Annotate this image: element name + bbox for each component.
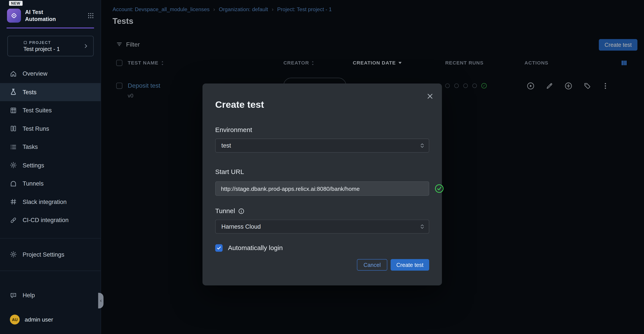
gear-icon	[10, 162, 17, 169]
start-url-input[interactable]	[215, 182, 429, 196]
sidebar-item-label: Test Suites	[22, 107, 52, 114]
url-valid-check-icon	[435, 184, 444, 193]
main-content: Account: Devspace_all_module_licenses › …	[101, 0, 644, 334]
modal-create-test-button[interactable]: Create test	[390, 259, 429, 271]
sidebar: NEW AI Test Automation	[0, 0, 101, 334]
sidebar-item-overview[interactable]: Overview	[0, 65, 101, 83]
sidebar-item-label: Tunnels	[22, 180, 44, 187]
sidebar-nav: Overview Tests Test Suites Test Runs	[0, 65, 101, 229]
sidebar-item-label: Tasks	[22, 144, 38, 150]
sidebar-item-test-runs[interactable]: Test Runs	[0, 120, 101, 138]
sidebar-item-label: Help	[22, 292, 35, 299]
sidebar-divider	[0, 271, 101, 271]
create-test-modal: Create test Environment test Start URL	[202, 84, 442, 285]
sidebar-item-settings[interactable]: Settings	[0, 156, 101, 175]
link-icon	[10, 217, 17, 224]
sidebar-item-label: Project Settings	[22, 251, 64, 258]
help-chat-icon	[10, 292, 17, 299]
slack-icon	[10, 198, 17, 205]
columns-run-icon	[10, 125, 17, 132]
sidebar-item-label: Settings	[22, 162, 44, 169]
new-badge: NEW	[9, 1, 22, 6]
sidebar-item-cicd-integration[interactable]: CI-CD integration	[0, 211, 101, 229]
modal-title: Create test	[215, 84, 429, 111]
environment-select[interactable]: test	[215, 139, 429, 152]
avatar: AU	[10, 314, 20, 324]
sidebar-item-project-settings[interactable]: Project Settings	[0, 245, 101, 264]
chevron-right-icon	[83, 43, 89, 49]
sidebar-item-label: Test Runs	[22, 125, 49, 132]
sidebar-item-tunnels[interactable]: Tunnels	[0, 175, 101, 193]
sidebar-divider	[0, 238, 101, 238]
home-icon	[10, 70, 17, 77]
close-icon[interactable]	[425, 91, 435, 101]
sidebar-item-label: CI-CD integration	[22, 217, 68, 223]
environment-value: test	[221, 142, 231, 149]
flask-icon	[10, 89, 17, 96]
sidebar-item-label: Tests	[22, 89, 36, 95]
app-logo-icon	[7, 9, 21, 23]
user-name: admin user	[25, 316, 53, 323]
modal-buttons: Cancel Create test	[215, 259, 429, 271]
environment-label: Environment	[215, 126, 429, 134]
user-menu[interactable]: AU admin user	[0, 311, 101, 328]
apps-grid-icon[interactable]	[88, 12, 94, 19]
sidebar-item-tasks[interactable]: Tasks	[0, 138, 101, 156]
tunnel-select[interactable]: Harness Cloud	[215, 220, 429, 234]
sidebar-bottom: Help AU admin user	[0, 287, 101, 328]
sidebar-item-help[interactable]: Help	[0, 287, 101, 304]
brand-underline	[6, 28, 94, 28]
auto-login-checkbox[interactable]	[215, 244, 223, 252]
project-card-label: PROJECT	[29, 40, 51, 45]
select-chevrons-icon	[420, 142, 425, 149]
sidebar-item-label: Overview	[22, 70, 47, 77]
select-chevrons-icon	[420, 223, 425, 230]
tunnel-icon	[10, 180, 17, 187]
sidebar-item-slack-integration[interactable]: Slack integration	[0, 193, 101, 211]
cancel-button[interactable]: Cancel	[357, 259, 387, 271]
app-title: AI Test Automation	[25, 9, 88, 23]
sidebar-item-test-suites[interactable]: Test Suites	[0, 101, 101, 120]
project-selector[interactable]: PROJECT Test project - 1	[8, 36, 94, 56]
sidebar-item-label: Slack integration	[22, 199, 66, 205]
auto-login-label: Automatically login	[228, 244, 283, 252]
tunnel-value: Harness Cloud	[221, 223, 261, 230]
tunnel-label: Tunnel	[215, 207, 429, 215]
list-icon	[10, 143, 17, 150]
project-icon	[23, 41, 27, 44]
start-url-label: Start URL	[215, 168, 429, 176]
auto-login-row: Automatically login	[215, 244, 429, 252]
grid-icon	[10, 107, 17, 114]
gear-icon	[10, 251, 17, 258]
start-url-wrap	[215, 182, 429, 196]
info-icon[interactable]	[238, 208, 244, 214]
sidebar-collapse-handle[interactable]	[98, 293, 104, 308]
sidebar-item-tests[interactable]: Tests	[0, 83, 101, 101]
app-viewport: NEW AI Test Automation	[0, 0, 644, 334]
